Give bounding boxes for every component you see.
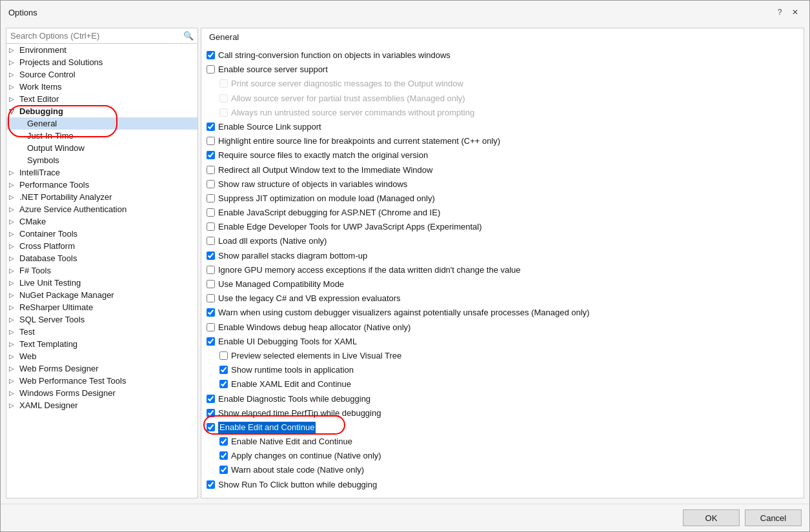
check-debug-heap[interactable] bbox=[207, 323, 215, 331]
check-native-edit-continue[interactable] bbox=[219, 437, 228, 446]
tree-item-source-control[interactable]: ▷ Source Control bbox=[6, 68, 197, 81]
check-suppress-jit[interactable] bbox=[207, 194, 215, 202]
tree-item-azure-auth[interactable]: ▷ Azure Service Authentication bbox=[6, 203, 197, 215]
tree-item-container-tools[interactable]: ▷ Container Tools bbox=[6, 228, 197, 240]
check-apply-changes[interactable] bbox=[219, 451, 228, 460]
tree-item-net-portability[interactable]: ▷ .NET Portability Analyzer bbox=[6, 191, 197, 203]
tree-item-projects[interactable]: ▷ Projects and Solutions bbox=[6, 56, 197, 68]
tree-item-cmake[interactable]: ▷ CMake bbox=[6, 215, 197, 228]
check-highlight-source[interactable] bbox=[207, 137, 215, 145]
check-diagnostic-tools[interactable] bbox=[207, 395, 215, 403]
check-string-conversion[interactable] bbox=[207, 51, 215, 59]
arrow-text-templating: ▷ bbox=[9, 340, 19, 348]
check-raw-structure[interactable] bbox=[207, 180, 215, 188]
check-legacy-eval[interactable] bbox=[207, 294, 215, 302]
tree-item-fsharp-tools[interactable]: ▷ F# Tools bbox=[6, 264, 197, 277]
titlebar: Options ? ✕ bbox=[1, 1, 809, 23]
check-warn-visualizers[interactable] bbox=[207, 308, 215, 317]
check-print-diagnostic[interactable] bbox=[219, 79, 228, 88]
check-preview-live-tree[interactable] bbox=[219, 351, 228, 360]
tree-item-web-perf[interactable]: ▷ Web Performance Test Tools bbox=[6, 375, 197, 387]
label-require-match: Require source files to exactly match th… bbox=[218, 150, 428, 161]
check-redirect-output[interactable] bbox=[207, 166, 215, 174]
check-runtime-tools[interactable] bbox=[219, 366, 228, 374]
close-button[interactable]: ✕ bbox=[789, 6, 802, 19]
check-untrusted[interactable] bbox=[219, 108, 228, 117]
tree-item-environment[interactable]: ▷ Environment bbox=[6, 44, 197, 56]
tree-item-cross-platform[interactable]: ▷ Cross Platform bbox=[6, 240, 197, 252]
tree-item-performance-tools[interactable]: ▷ Performance Tools bbox=[6, 179, 197, 191]
arrow-web: ▷ bbox=[9, 353, 19, 360]
option-suppress-jit: Suppress JIT optimization on module load… bbox=[207, 192, 798, 206]
tree-item-winforms[interactable]: ▷ Windows Forms Designer bbox=[6, 387, 197, 399]
label-performance-tools: Performance Tools bbox=[19, 180, 89, 190]
arrow-projects: ▷ bbox=[9, 59, 19, 66]
check-partial-trust[interactable] bbox=[219, 94, 228, 103]
option-edit-continue: Enable Edit and Continue bbox=[207, 420, 798, 435]
tree-item-debugging[interactable]: ▽ Debugging bbox=[6, 105, 197, 117]
check-js-debug[interactable] bbox=[207, 208, 215, 217]
search-box[interactable]: 🔍 bbox=[6, 28, 197, 44]
tree-item-general[interactable]: General bbox=[6, 117, 197, 130]
tree-item-live-unit[interactable]: ▷ Live Unit Testing bbox=[6, 277, 197, 289]
arrow-database-tools: ▷ bbox=[9, 255, 19, 262]
check-xaml-edit-continue[interactable] bbox=[219, 380, 228, 388]
tree-item-work-items[interactable]: ▷ Work Items bbox=[6, 81, 197, 93]
check-load-dll[interactable] bbox=[207, 237, 215, 245]
tree-item-web[interactable]: ▷ Web bbox=[6, 350, 197, 362]
arrow-sql-server: ▷ bbox=[9, 316, 19, 323]
help-button[interactable]: ? bbox=[773, 6, 786, 19]
tree-item-just-in-time[interactable]: Just-In-Time bbox=[6, 130, 197, 142]
right-panel: General Call string-conversion function … bbox=[201, 28, 804, 498]
check-source-server[interactable] bbox=[207, 65, 215, 74]
label-runtime-tools: Show runtime tools in application bbox=[231, 364, 354, 376]
cancel-button[interactable]: Cancel bbox=[745, 509, 802, 526]
check-parallel-stacks[interactable] bbox=[207, 251, 215, 260]
option-managed-compat: Use Managed Compatibility Mode bbox=[207, 277, 798, 291]
arrow-text-editor: ▷ bbox=[9, 95, 19, 103]
search-input[interactable] bbox=[10, 31, 181, 41]
check-managed-compat[interactable] bbox=[207, 280, 215, 288]
tree-container: ▷ Environment ▷ Projects and Solutions ▷… bbox=[6, 44, 197, 498]
check-perftip[interactable] bbox=[207, 409, 215, 417]
tree-item-xaml[interactable]: ▷ XAML Designer bbox=[6, 399, 197, 411]
option-allow-partial-trust: Allow source server for partial trust as… bbox=[207, 92, 798, 106]
label-test: Test bbox=[19, 327, 35, 337]
tree-item-database-tools[interactable]: ▷ Database Tools bbox=[6, 252, 197, 264]
ok-button[interactable]: OK bbox=[683, 509, 740, 526]
tree-item-web-forms[interactable]: ▷ Web Forms Designer bbox=[6, 362, 197, 375]
check-edge-dev-tools[interactable] bbox=[207, 222, 215, 231]
label-xaml-debug-tools: Enable UI Debugging Tools for XAML bbox=[218, 336, 357, 348]
tree-item-nuget[interactable]: ▷ NuGet Package Manager bbox=[6, 289, 197, 301]
tree-item-intellitrace[interactable]: ▷ IntelliTrace bbox=[6, 166, 197, 179]
check-warn-stale[interactable] bbox=[219, 466, 228, 474]
label-warn-visualizers: Warn when using custom debugger visualiz… bbox=[218, 307, 589, 319]
label-projects: Projects and Solutions bbox=[19, 57, 103, 67]
label-resharper: ReSharper Ultimate bbox=[19, 302, 93, 312]
label-web-perf: Web Performance Test Tools bbox=[19, 376, 126, 386]
tree-item-sql-server[interactable]: ▷ SQL Server Tools bbox=[6, 313, 197, 326]
option-redirect-output: Redirect all Output Window text to the I… bbox=[207, 163, 798, 177]
label-ignore-gpu: Ignore GPU memory access exceptions if t… bbox=[218, 264, 521, 276]
tree-item-output-window[interactable]: Output Window bbox=[6, 142, 197, 154]
label-database-tools: Database Tools bbox=[19, 253, 77, 263]
option-always-run-untrusted: Always run untrusted source server comma… bbox=[207, 106, 798, 120]
check-run-to-click[interactable] bbox=[207, 480, 215, 489]
tree-item-symbols[interactable]: Symbols bbox=[6, 154, 197, 166]
label-print-diagnostic: Print source server diagnostic messages … bbox=[231, 78, 463, 90]
tree-item-resharper[interactable]: ▷ ReSharper Ultimate bbox=[6, 301, 197, 313]
label-load-dll: Load dll exports (Native only) bbox=[218, 235, 327, 247]
check-source-link[interactable] bbox=[207, 123, 215, 131]
option-string-conversion: Call string-conversion function on objec… bbox=[207, 48, 798, 63]
tree-item-text-editor[interactable]: ▷ Text Editor bbox=[6, 93, 197, 105]
option-perftip: Show elapsed time PerfTip while debuggin… bbox=[207, 406, 798, 420]
tree-item-test[interactable]: ▷ Test bbox=[6, 326, 197, 338]
check-ignore-gpu[interactable] bbox=[207, 266, 215, 274]
option-run-to-click: Show Run To Click button while debugging bbox=[207, 478, 798, 492]
tree-item-text-templating[interactable]: ▷ Text Templating bbox=[6, 338, 197, 350]
check-edit-continue[interactable] bbox=[207, 423, 215, 431]
check-xaml-debug-tools[interactable] bbox=[207, 337, 215, 346]
check-require-match[interactable] bbox=[207, 151, 215, 159]
label-apply-changes: Apply changes on continue (Native only) bbox=[231, 450, 381, 462]
label-warn-stale: Warn about stale code (Native only) bbox=[231, 464, 364, 476]
